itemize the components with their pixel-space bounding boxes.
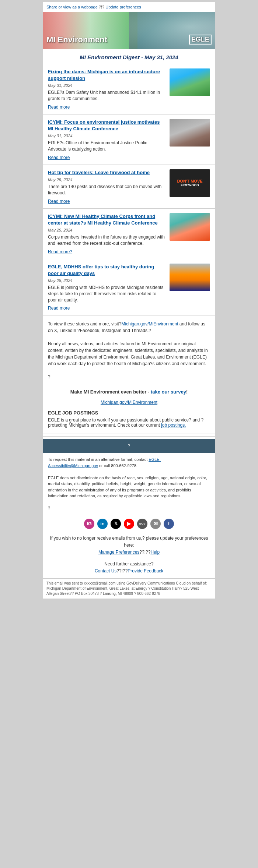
legal-q: ? xyxy=(48,505,210,511)
article-4-thumbnail xyxy=(170,213,210,241)
update-prefs-link[interactable]: Update preferences xyxy=(105,5,141,9)
article-3-summary: There are 140 pests and diseases that ca… xyxy=(48,184,166,196)
firewood-sign-text: DON'T MOVE xyxy=(177,179,202,183)
article-4-date: May 29, 2024 xyxy=(48,228,166,232)
manage-prefs-links: Manage Preferences??!??Help xyxy=(48,549,210,556)
footer-question: ? xyxy=(48,374,210,380)
facebook-icon[interactable]: f xyxy=(164,519,174,529)
article-5-read-more[interactable]: Read more xyxy=(48,306,70,311)
manage-prefs-link[interactable]: Manage Preferences xyxy=(98,550,139,555)
legal-text-1: To request this material in an alternati… xyxy=(48,456,210,469)
article-2: ICYMI: Focus on environmental justice mo… xyxy=(43,114,215,165)
linkedin-icon[interactable]: in xyxy=(97,519,108,529)
article-1-title[interactable]: Fixing the dams: Michigan is on an infra… xyxy=(48,68,166,82)
job-postings-link[interactable]: job postings. xyxy=(161,423,186,428)
article-2-text: ICYMI: Focus on environmental justice mo… xyxy=(48,119,166,160)
article-3-read-more[interactable]: Read more xyxy=(48,199,70,204)
article-3-thumbnail: DON'T MOVE FIREWOOD xyxy=(170,169,210,197)
article-5: EGLE, MDHHS offer tips to stay healthy d… xyxy=(43,259,215,316)
help-links: Contact Us??!??Provide Feedback xyxy=(48,568,210,575)
footer-url[interactable]: Michigan.gov/MiEnvironment xyxy=(43,398,215,406)
article-2-thumbnail xyxy=(170,119,210,147)
article-4-title[interactable]: ICYMI: New MI Healthy Climate Corps fron… xyxy=(48,213,166,226)
survey-link[interactable]: take our survey xyxy=(151,389,186,395)
article-5-date: May 28, 2024 xyxy=(48,278,166,283)
provide-feedback-link[interactable]: Provide Feedback xyxy=(128,568,163,574)
divider-2 xyxy=(43,436,215,437)
manage-prefs-text: If you wish to no longer receive emails … xyxy=(48,535,210,549)
need-help-text: Need further assistance? xyxy=(48,561,210,568)
article-2-date: May 31, 2024 xyxy=(48,134,166,138)
article-1-thumbnail xyxy=(170,68,210,96)
article-3: Hot tip for travelers: Leave firewood at… xyxy=(43,165,215,209)
manage-prefs-section: If you wish to no longer receive emails … xyxy=(43,533,215,558)
article-1-summary: EGLE?s Dam Safety Unit has announced $14… xyxy=(48,89,166,102)
article-5-thumbnail xyxy=(170,264,210,291)
header-title: MI Environment xyxy=(46,35,107,45)
contact-us-link[interactable]: Contact Us xyxy=(95,568,116,574)
bottom-text: This email was sent to xxxxxx@gmail.com … xyxy=(46,581,207,596)
firewood-sign-subtext: FIREWOOD xyxy=(181,183,199,187)
article-3-text: Hot tip for travelers: Leave firewood at… xyxy=(48,169,166,204)
header-egle-logo: EGLE xyxy=(189,35,212,45)
article-3-date: May 29, 2024 xyxy=(48,177,166,182)
footer-website-link[interactable]: Michigan.gov/MiEnvironment xyxy=(101,400,157,405)
digest-title: MI Environment Digest - May 31, 2024 xyxy=(43,49,215,64)
gov-icon[interactable]: GOV xyxy=(137,519,147,529)
article-5-summary: EGLE is joining with MDHHS to provide Mi… xyxy=(48,285,166,303)
footer-disclaimer: Nearly all news, videos, and articles fe… xyxy=(48,341,210,367)
article-1-read-more[interactable]: Read more xyxy=(48,105,70,110)
very-bottom: This email was sent to xxxxxx@gmail.com … xyxy=(43,578,215,599)
help-link[interactable]: Help xyxy=(150,550,160,555)
social-icons-row: IG in 𝕏 ▶ GOV ✉ f xyxy=(43,515,215,533)
legal-text-2: EGLE does not discriminate on the basis … xyxy=(48,475,210,499)
article-5-title[interactable]: EGLE, MDHHS offer tips to stay healthy d… xyxy=(48,264,166,277)
instagram-icon[interactable]: IG xyxy=(84,519,94,529)
legal-section: To request this material in an alternati… xyxy=(43,453,215,515)
dark-footer-text: ? xyxy=(128,443,130,448)
website-link[interactable]: Michigan.gov/MiEnvironment xyxy=(121,321,178,327)
youtube-icon[interactable]: ▶ xyxy=(124,519,134,529)
article-3-title[interactable]: Hot tip for travelers: Leave firewood at… xyxy=(48,169,166,176)
help-section: Need further assistance? Contact Us??!??… xyxy=(43,558,215,578)
x-twitter-icon[interactable]: 𝕏 xyxy=(111,519,121,529)
article-4: ICYMI: New MI Healthy Climate Corps fron… xyxy=(43,209,215,259)
divider-1 xyxy=(43,434,215,434)
article-1-date: May 31, 2024 xyxy=(48,83,166,88)
article-2-read-more[interactable]: Read more xyxy=(48,155,70,160)
article-2-summary: EGLE?s Office of the Environmental Justi… xyxy=(48,140,166,152)
dark-footer: ? xyxy=(43,439,215,453)
share-link[interactable]: Share or view as a webpage xyxy=(46,5,98,9)
article-4-text: ICYMI: New MI Healthy Climate Corps fron… xyxy=(48,213,166,254)
article-2-title[interactable]: ICYMI: Focus on environmental justice mo… xyxy=(48,119,166,132)
top-bar-separator: ?!? xyxy=(99,5,104,9)
article-5-text: EGLE, MDHHS offer tips to stay healthy d… xyxy=(48,264,166,311)
survey-section: Make MI Environment even better - take o… xyxy=(43,385,215,398)
article-4-read-more[interactable]: Read more? xyxy=(48,249,72,254)
email-icon[interactable]: ✉ xyxy=(150,519,161,529)
job-postings-title: EGLE JOB POSTINGS xyxy=(48,410,210,416)
job-postings-section: EGLE JOB POSTINGS EGLE is a great place … xyxy=(43,406,215,431)
article-4-summary: Corps members invested in the future as … xyxy=(48,234,166,247)
top-bar: Share or view as a webpage ?!? Update pr… xyxy=(43,2,215,12)
footer-view-more: To view these stories and more, visit?Mi… xyxy=(48,321,210,334)
footer-main: To view these stories and more, visit?Mi… xyxy=(43,315,215,385)
job-postings-text: EGLE is a great place to work if you are… xyxy=(48,417,210,428)
header-image: MI Environment EGLE xyxy=(43,12,215,49)
article-1: Fixing the dams: Michigan is on an infra… xyxy=(43,64,215,114)
article-1-text: Fixing the dams: Michigan is on an infra… xyxy=(48,68,166,110)
